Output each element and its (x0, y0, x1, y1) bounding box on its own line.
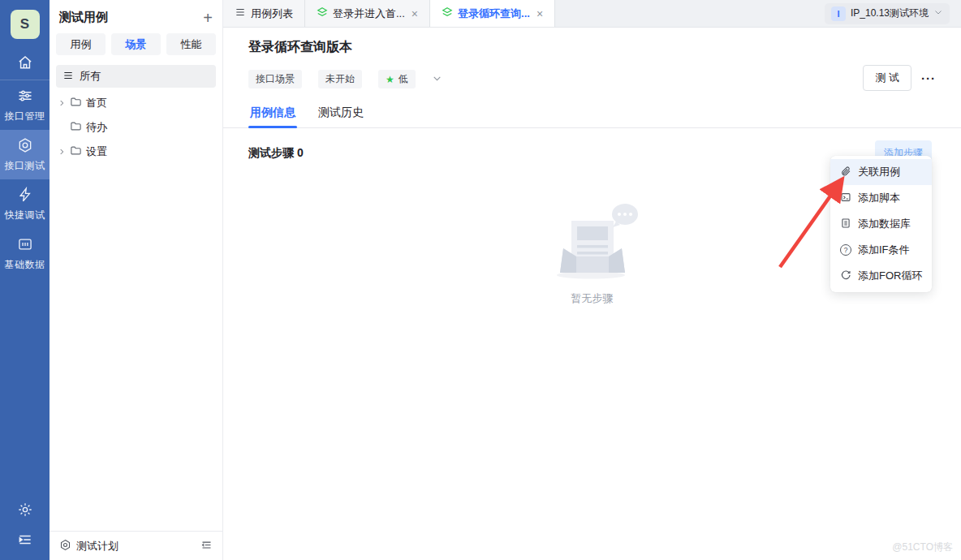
api-test-icon (17, 137, 33, 156)
lightning-icon (17, 187, 33, 205)
empty-text: 暂无步骤 (571, 291, 614, 306)
menu-item-add-for[interactable]: 添加FOR循环 (830, 263, 932, 289)
list-icon (235, 6, 246, 20)
tree-item-label: 首页 (86, 96, 107, 110)
sidebar-item-quick-debug[interactable]: 快捷调试 (0, 179, 50, 229)
scenario-icon (442, 6, 453, 20)
test-plan-entry[interactable]: 测试计划 (59, 539, 119, 554)
add-icon[interactable]: + (203, 11, 213, 24)
home-icon (17, 54, 33, 73)
script-icon (840, 192, 851, 205)
scenario-icon (317, 6, 328, 20)
doc-tab-login-home[interactable]: 登录并进入首... × (305, 0, 430, 27)
tab-performance[interactable]: 性能 (166, 33, 216, 55)
chevron-right-icon[interactable] (58, 148, 66, 156)
tree-item-label: 设置 (86, 144, 107, 159)
close-icon[interactable]: × (537, 7, 543, 20)
chevron-down-icon (933, 7, 943, 19)
add-step-dropdown-menu: 关联用例 添加脚本 添加数据库 ? 添加IF条件 (830, 156, 932, 292)
empty-inbox-illustration (541, 200, 644, 283)
database-icon (840, 218, 851, 231)
test-button[interactable]: 测 试 (863, 65, 911, 91)
panel-title: 测试用例 (59, 10, 108, 25)
test-case-panel: 测试用例 + 用例 场景 性能 所有 首页 (50, 0, 223, 560)
basic-data-icon (17, 236, 33, 255)
tree-item-todo[interactable]: 待办 (50, 115, 222, 140)
menu-item-add-script[interactable]: 添加脚本 (830, 185, 932, 211)
menu-item-label: 添加FOR循环 (858, 269, 922, 283)
steps-title: 测试步骤 0 (248, 146, 304, 161)
tags-row: 接口场景 未开始 ★ 低 (248, 70, 932, 88)
doc-tab-case-list[interactable]: 用例列表 (223, 0, 305, 27)
case-detail-content: 登录循环查询版本 测 试 ··· 接口场景 未开始 ★ 低 用例信息 测试历史 (223, 28, 961, 560)
app-window: S 接口管理 接口测试 快捷调试 (0, 0, 961, 560)
tab-case-info[interactable]: 用例信息 (248, 101, 297, 127)
test-plan-icon (59, 539, 71, 554)
chevron-right-icon[interactable] (58, 99, 66, 107)
panel-footer: 测试计划 (50, 531, 222, 560)
star-icon: ★ (386, 75, 394, 84)
more-actions-icon[interactable]: ··· (921, 71, 936, 85)
menu-item-label: 添加数据库 (858, 217, 911, 231)
doc-tab-label: 登录并进入首... (333, 6, 405, 21)
collapse-sidebar-icon[interactable] (17, 532, 33, 550)
doc-tab-label: 登录循环查询... (458, 6, 530, 21)
app-logo[interactable]: S (11, 10, 40, 39)
watermark: @51CTO博客 (892, 541, 953, 554)
sidebar-item-api-test[interactable]: 接口测试 (0, 130, 50, 179)
document-tabbar: 用例列表 登录并进入首... × 登录循环查询... × I IP_10.13测… (223, 0, 961, 28)
priority-badge: ★ 低 (378, 70, 416, 88)
sliders-icon (17, 88, 33, 106)
test-plan-label: 测试计划 (76, 539, 119, 554)
sidebar-item-label: 快捷调试 (5, 209, 45, 222)
tree-item-all[interactable]: 所有 (56, 65, 216, 88)
status-badge: 未开始 (318, 70, 362, 88)
sidebar-item-label: 接口测试 (5, 159, 45, 173)
sidebar-item-label: 基础数据 (5, 258, 45, 272)
tree-item-label: 所有 (80, 69, 101, 84)
menu-item-label: 关联用例 (858, 165, 900, 179)
if-condition-icon: ? (840, 244, 851, 256)
doc-tab-login-loop[interactable]: 登录循环查询... × (430, 0, 555, 27)
tab-test-history[interactable]: 测试历史 (317, 101, 365, 127)
menu-item-label: 添加脚本 (858, 191, 900, 205)
case-type-tabs: 用例 场景 性能 (50, 33, 222, 55)
primary-sidebar: S 接口管理 接口测试 快捷调试 (0, 0, 50, 560)
for-loop-icon (840, 269, 851, 283)
priority-label: 低 (399, 72, 408, 86)
link-icon (840, 166, 851, 179)
collapse-panel-icon[interactable] (200, 539, 213, 554)
folder-icon (70, 96, 82, 110)
close-icon[interactable]: × (412, 7, 418, 20)
folder-icon (70, 120, 82, 135)
menu-item-label: 添加IF条件 (858, 243, 910, 257)
sidebar-item-home[interactable] (0, 47, 50, 80)
environment-select[interactable]: I IP_10.13测试环境 (825, 3, 950, 24)
folder-icon (70, 144, 82, 159)
settings-gear-icon[interactable] (17, 502, 33, 520)
sidebar-item-label: 接口管理 (5, 110, 45, 123)
sidebar-item-basic-data[interactable]: 基础数据 (0, 229, 50, 278)
page-title: 登录循环查询版本 (248, 39, 932, 56)
type-tag: 接口场景 (248, 70, 302, 88)
menu-item-link-case[interactable]: 关联用例 (830, 159, 932, 185)
tab-case[interactable]: 用例 (56, 33, 106, 55)
environment-badge: I (831, 6, 846, 21)
tree-item-home[interactable]: 首页 (50, 91, 222, 115)
tree-item-settings[interactable]: 设置 (50, 140, 222, 164)
case-detail-tabs: 用例信息 测试历史 (223, 101, 961, 128)
sidebar-item-api-management[interactable]: 接口管理 (0, 80, 50, 130)
doc-tab-label: 用例列表 (251, 6, 293, 21)
main-area: 用例列表 登录并进入首... × 登录循环查询... × I IP_10.13测… (223, 0, 961, 560)
list-icon (62, 70, 74, 84)
menu-item-add-database[interactable]: 添加数据库 (830, 211, 932, 237)
environment-label: IP_10.13测试环境 (851, 6, 929, 20)
expand-detail-chevron-icon[interactable] (432, 73, 442, 86)
menu-item-add-if[interactable]: ? 添加IF条件 (830, 237, 932, 263)
tree-item-label: 待办 (86, 120, 107, 135)
tab-scenario[interactable]: 场景 (111, 33, 161, 55)
